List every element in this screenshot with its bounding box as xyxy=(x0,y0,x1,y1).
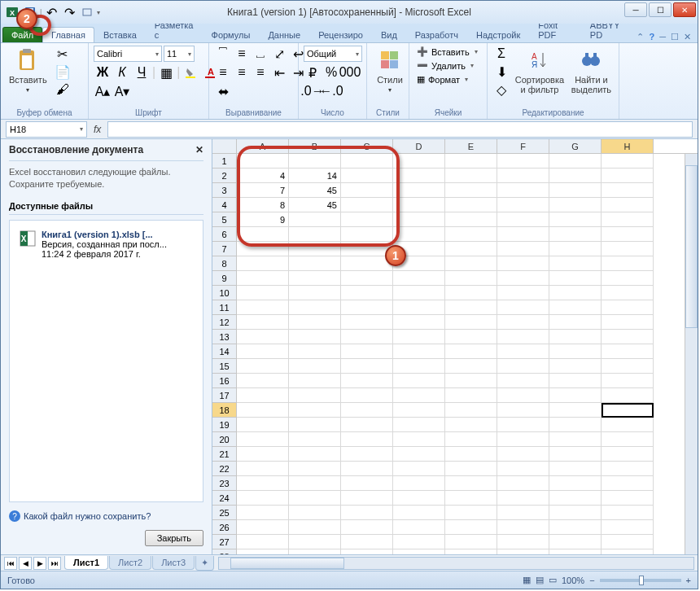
cell-A15[interactable] xyxy=(237,359,289,374)
cell-C26[interactable] xyxy=(341,520,393,535)
col-header-A[interactable]: A xyxy=(237,139,289,153)
cell-F8[interactable] xyxy=(497,256,549,271)
cell-A20[interactable] xyxy=(237,432,289,447)
cell-A2[interactable]: 4 xyxy=(237,169,289,183)
cell-G14[interactable] xyxy=(549,344,602,359)
cell-C28[interactable] xyxy=(341,549,393,554)
row-header-9[interactable]: 9 xyxy=(212,271,237,286)
indent-dec-icon[interactable]: ⇤ xyxy=(270,64,288,81)
cell-A25[interactable] xyxy=(237,506,289,520)
help-link[interactable]: ?Какой файл нужно сохранить? xyxy=(9,510,203,522)
sheet-nav-next[interactable]: ▶ xyxy=(33,557,46,570)
cell-G11[interactable] xyxy=(549,300,602,315)
cell-G17[interactable] xyxy=(549,388,602,403)
cell-E24[interactable] xyxy=(445,491,497,506)
cell-B21[interactable] xyxy=(289,447,341,462)
cell-F25[interactable] xyxy=(497,506,549,520)
tab-6[interactable]: Вид xyxy=(372,27,406,42)
row-header-4[interactable]: 4 xyxy=(212,198,237,212)
cell-F19[interactable] xyxy=(497,418,549,432)
cell-H6[interactable] xyxy=(602,227,654,242)
cell-F14[interactable] xyxy=(497,344,549,359)
cell-G21[interactable] xyxy=(549,447,602,462)
cell-E14[interactable] xyxy=(445,344,497,359)
col-header-D[interactable]: D xyxy=(393,139,445,153)
tab-4[interactable]: Данные xyxy=(259,27,309,42)
row-header-17[interactable]: 17 xyxy=(212,388,237,403)
pane-close-icon[interactable]: ✕ xyxy=(195,144,203,155)
cell-C22[interactable] xyxy=(341,462,393,476)
cell-D22[interactable] xyxy=(393,462,445,476)
insert-cells-button[interactable]: ➕Вставить▾ xyxy=(414,46,480,58)
format-painter-icon[interactable]: 🖌 xyxy=(54,81,72,98)
cell-F2[interactable] xyxy=(497,169,549,183)
zoom-slider[interactable] xyxy=(600,579,681,582)
cell-B22[interactable] xyxy=(289,462,341,476)
cell-B24[interactable] xyxy=(289,491,341,506)
cell-A9[interactable] xyxy=(237,271,289,286)
cell-C9[interactable] xyxy=(341,271,393,286)
vertical-scrollbar[interactable] xyxy=(685,154,698,554)
cell-E8[interactable] xyxy=(445,256,497,271)
cell-B25[interactable] xyxy=(289,506,341,520)
cell-D24[interactable] xyxy=(393,491,445,506)
cell-B8[interactable] xyxy=(289,256,341,271)
cell-E23[interactable] xyxy=(445,476,497,491)
cell-G27[interactable] xyxy=(549,535,602,549)
cell-A6[interactable] xyxy=(237,227,289,242)
cell-H16[interactable] xyxy=(602,374,654,388)
align-right-icon[interactable]: ≡ xyxy=(252,64,269,81)
cell-C23[interactable] xyxy=(341,476,393,491)
cell-F4[interactable] xyxy=(497,198,549,212)
zoom-in-icon[interactable]: + xyxy=(686,576,691,585)
cell-D12[interactable] xyxy=(393,315,445,330)
sheet-nav-last[interactable]: ⏭ xyxy=(48,557,61,570)
cell-E5[interactable] xyxy=(445,212,497,227)
row-header-3[interactable]: 3 xyxy=(212,183,237,198)
cell-F20[interactable] xyxy=(497,432,549,447)
cell-B9[interactable] xyxy=(289,271,341,286)
cell-E3[interactable] xyxy=(445,183,497,198)
cell-F24[interactable] xyxy=(497,491,549,506)
cell-C17[interactable] xyxy=(341,388,393,403)
cell-C21[interactable] xyxy=(341,447,393,462)
cell-G5[interactable] xyxy=(549,212,602,227)
cell-A8[interactable] xyxy=(237,256,289,271)
view-layout-icon[interactable]: ▤ xyxy=(536,575,544,585)
cell-B10[interactable] xyxy=(289,286,341,300)
cell-C4[interactable] xyxy=(341,198,393,212)
cell-H18[interactable] xyxy=(602,403,654,418)
cell-E11[interactable] xyxy=(445,300,497,315)
sort-filter-button[interactable]: АЯ Сортировка и фильтр xyxy=(514,46,566,96)
cell-H4[interactable] xyxy=(602,198,654,212)
col-header-C[interactable]: C xyxy=(341,139,393,153)
cell-D2[interactable] xyxy=(393,169,445,183)
cell-A11[interactable] xyxy=(237,300,289,315)
cell-A18[interactable] xyxy=(237,403,289,418)
tab-0[interactable]: Главная xyxy=(42,27,94,42)
comma-icon[interactable]: 000 xyxy=(341,64,359,81)
cell-B15[interactable] xyxy=(289,359,341,374)
zoom-level[interactable]: 100% xyxy=(562,576,584,585)
cell-H11[interactable] xyxy=(602,300,654,315)
cell-A14[interactable] xyxy=(237,344,289,359)
sheet-tab[interactable]: Лист3 xyxy=(152,556,195,570)
cell-F12[interactable] xyxy=(497,315,549,330)
row-header-24[interactable]: 24 xyxy=(212,491,237,506)
tab-3[interactable]: Формулы xyxy=(203,27,260,42)
cell-B6[interactable] xyxy=(289,227,341,242)
cell-E25[interactable] xyxy=(445,506,497,520)
align-left-icon[interactable]: ≡ xyxy=(214,64,232,81)
cell-G23[interactable] xyxy=(549,476,602,491)
cell-A24[interactable] xyxy=(237,491,289,506)
cell-D16[interactable] xyxy=(393,374,445,388)
cell-E1[interactable] xyxy=(445,154,497,169)
tab-8[interactable]: Надстройк xyxy=(467,27,529,42)
cell-A19[interactable] xyxy=(237,418,289,432)
col-header-F[interactable]: F xyxy=(497,139,549,153)
cell-G2[interactable] xyxy=(549,169,602,183)
cell-A10[interactable] xyxy=(237,286,289,300)
cell-D6[interactable] xyxy=(393,227,445,242)
row-header-14[interactable]: 14 xyxy=(212,344,237,359)
cell-D25[interactable] xyxy=(393,506,445,520)
